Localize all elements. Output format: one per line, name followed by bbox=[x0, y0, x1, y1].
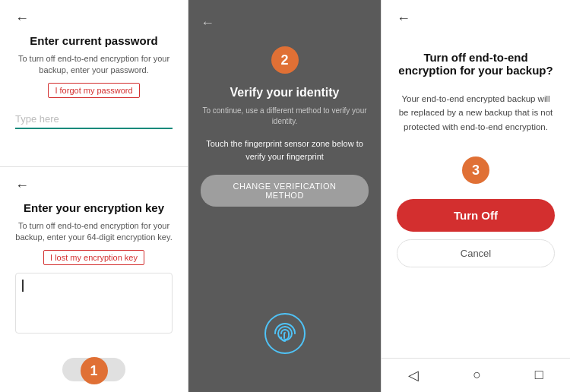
app-container: ← Enter current password To turn off end… bbox=[0, 0, 570, 392]
step-1-circle: 1 bbox=[81, 357, 108, 384]
turn-off-content: Turn off end-to-end encryption for your … bbox=[382, 34, 570, 358]
panel-verify-identity: ← 2 Verify your identity To continue, us… bbox=[188, 0, 382, 392]
encryption-key-textarea[interactable] bbox=[15, 273, 173, 334]
forgot-password-link[interactable]: I forgot my password bbox=[48, 83, 139, 98]
password-description: To turn off end-to-end encryption for yo… bbox=[15, 53, 173, 77]
step-3-container: 3 bbox=[397, 156, 555, 184]
encryption-title: Enter your encryption key bbox=[15, 201, 173, 214]
back-arrow-password[interactable]: ← bbox=[15, 11, 30, 27]
lost-encryption-key-link[interactable]: I lost my encryption key bbox=[43, 250, 144, 265]
nav-back-icon[interactable]: ◁ bbox=[408, 367, 419, 384]
change-verification-method-button[interactable]: CHANGE VERIFICATION METHOD bbox=[201, 175, 369, 207]
turn-off-button[interactable]: Turn Off bbox=[397, 199, 555, 232]
verify-identity-content: ← 2 Verify your identity To continue, us… bbox=[188, 0, 381, 392]
back-arrow-verify[interactable]: ← bbox=[201, 15, 216, 31]
step-3-circle: 3 bbox=[462, 156, 489, 184]
back-arrow-turnoff[interactable]: ← bbox=[382, 0, 412, 27]
nav-home-icon[interactable]: ○ bbox=[473, 367, 481, 383]
back-arrow-encryption[interactable]: ← bbox=[15, 178, 30, 194]
password-input[interactable] bbox=[15, 110, 173, 129]
text-cursor bbox=[22, 280, 24, 292]
bottom-navigation: ◁ ○ □ bbox=[382, 358, 570, 392]
turn-off-title: Turn off end-to-end encryption for your … bbox=[397, 51, 555, 77]
verify-description: To continue, use a different method to v… bbox=[201, 106, 369, 127]
turn-off-description: Your end-to-end encrypted backup will be… bbox=[397, 92, 555, 134]
panel-enter-password: ← Enter current password To turn off end… bbox=[0, 0, 188, 392]
encryption-description: To turn off end-to-end encryption for yo… bbox=[15, 220, 173, 244]
verify-title: Verify your identity bbox=[230, 86, 339, 100]
verify-touch-instruction: Touch the fingerprint sensor zone below … bbox=[201, 138, 369, 163]
password-title: Enter current password bbox=[15, 34, 173, 47]
panel-turn-off-encryption: ← Turn off end-to-end encryption for you… bbox=[382, 0, 570, 392]
fingerprint-icon bbox=[264, 313, 306, 354]
step-2-circle: 2 bbox=[271, 46, 299, 74]
cancel-button[interactable]: Cancel bbox=[397, 239, 555, 267]
nav-recent-icon[interactable]: □ bbox=[535, 367, 543, 383]
enter-password-section: ← Enter current password To turn off end… bbox=[0, 0, 188, 167]
